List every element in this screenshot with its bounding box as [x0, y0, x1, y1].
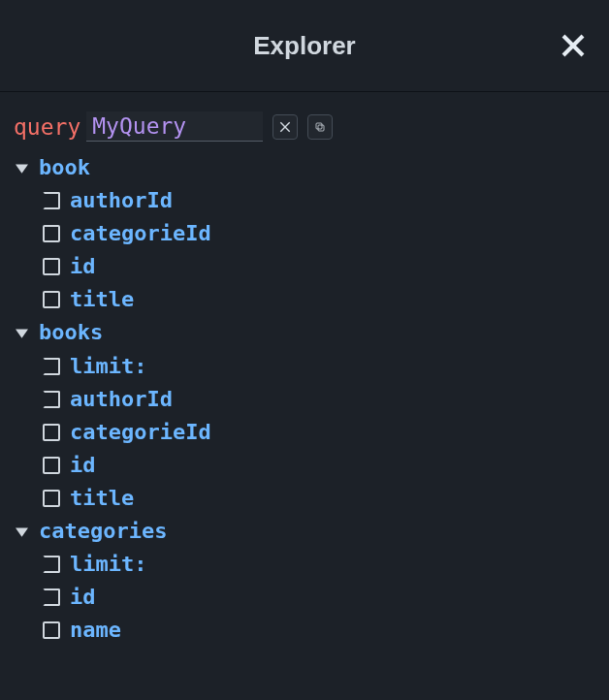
svg-marker-8 — [16, 527, 28, 536]
clear-query-button[interactable] — [272, 114, 298, 140]
tree-field-label: categorieId — [70, 217, 211, 250]
svg-marker-7 — [16, 330, 28, 338]
query-row: query — [14, 111, 595, 142]
svg-rect-4 — [318, 125, 324, 131]
tree-field-authorId[interactable]: authorId — [14, 184, 595, 217]
query-name-input[interactable] — [86, 111, 263, 142]
tree-node-categories[interactable]: categories — [14, 515, 595, 548]
close-icon — [559, 31, 588, 60]
tree-node-books[interactable]: books — [14, 316, 595, 349]
tree-field-id[interactable]: id — [14, 250, 595, 283]
tree-field-id[interactable]: id — [14, 449, 595, 482]
close-button[interactable] — [557, 29, 590, 62]
tree-field-label: id — [70, 449, 96, 482]
checkbox-icon[interactable] — [43, 192, 60, 209]
tree-field-label: authorId — [70, 184, 173, 217]
tree-field-label: name — [70, 614, 121, 647]
checkbox-icon[interactable] — [43, 621, 60, 639]
explorer-content: query bookauthorIdcategorieIdidtitlebook… — [0, 92, 609, 666]
checkbox-icon[interactable] — [43, 589, 60, 606]
tree-field-categorieId[interactable]: categorieId — [14, 217, 595, 250]
tree-field-categorieId[interactable]: categorieId — [14, 416, 595, 449]
page-title: Explorer — [253, 31, 356, 61]
checkbox-icon[interactable] — [43, 291, 60, 308]
explorer-tree: bookauthorIdcategorieIdidtitlebookslimit… — [14, 151, 595, 647]
tree-field-name[interactable]: name — [14, 614, 595, 647]
tree-field-label: id — [70, 250, 96, 283]
svg-rect-5 — [316, 123, 322, 129]
checkbox-icon[interactable] — [43, 424, 60, 441]
tree-field-label: authorId — [70, 383, 173, 416]
caret-down-icon — [14, 327, 29, 339]
tree-field-label: id — [70, 581, 96, 614]
checkbox-icon[interactable] — [43, 358, 60, 375]
tree-node-label: book — [39, 151, 90, 184]
checkbox-icon[interactable] — [43, 490, 60, 507]
query-keyword: query — [14, 114, 80, 140]
checkbox-icon[interactable] — [43, 225, 60, 242]
copy-icon — [314, 121, 326, 133]
tree-field-title[interactable]: title — [14, 482, 595, 515]
copy-query-button[interactable] — [307, 114, 333, 140]
tree-node-label: books — [39, 316, 103, 349]
caret-down-icon — [14, 162, 29, 175]
checkbox-icon[interactable] — [43, 556, 60, 573]
tree-field-limit[interactable]: limit: — [14, 548, 595, 581]
tree-field-label: title — [70, 482, 134, 515]
tree-node-label: categories — [39, 515, 167, 548]
tree-field-id[interactable]: id — [14, 581, 595, 614]
tree-field-label: limit: — [70, 350, 146, 383]
tree-field-limit[interactable]: limit: — [14, 350, 595, 383]
caret-down-icon — [14, 525, 29, 538]
explorer-header: Explorer — [0, 0, 609, 92]
tree-node-book[interactable]: book — [14, 151, 595, 184]
tree-field-label: limit: — [70, 548, 146, 581]
tree-field-title[interactable]: title — [14, 283, 595, 316]
checkbox-icon[interactable] — [43, 457, 60, 474]
tree-field-authorId[interactable]: authorId — [14, 383, 595, 416]
tree-field-label: categorieId — [70, 416, 211, 449]
checkbox-icon[interactable] — [43, 258, 60, 275]
checkbox-icon[interactable] — [43, 391, 60, 408]
svg-marker-6 — [16, 164, 28, 173]
x-icon — [278, 120, 292, 134]
tree-field-label: title — [70, 283, 134, 316]
